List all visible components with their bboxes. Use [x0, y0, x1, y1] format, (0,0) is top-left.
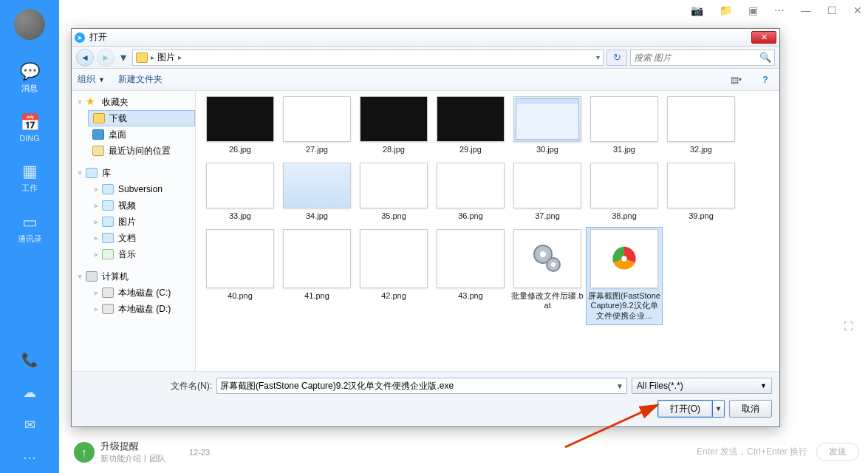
update-date: 12-23	[189, 448, 210, 457]
path-segment[interactable]: 图片	[157, 51, 175, 64]
new-folder-button[interactable]: 新建文件夹	[118, 73, 163, 86]
send-button[interactable]: 发送	[816, 443, 859, 461]
folder-icon	[136, 52, 148, 63]
nav-label: 工作	[21, 183, 38, 194]
work-icon: ▦	[22, 162, 38, 181]
nav-contacts[interactable]: ▭ 通讯录	[18, 213, 42, 245]
file-item[interactable]: 38.png	[586, 160, 663, 225]
app-icon: ➤	[75, 33, 85, 43]
forward-button[interactable]: ►	[97, 49, 115, 67]
tree-videos[interactable]: ▹视频	[88, 197, 195, 214]
nav-messages[interactable]: 💬 消息	[20, 62, 40, 94]
file-item[interactable]: 批量修改文件后辍.bat	[509, 227, 586, 325]
file-item[interactable]: 43.png	[432, 227, 509, 325]
back-button[interactable]: ◄	[76, 49, 94, 67]
organize-menu[interactable]: 组织 ▼	[78, 73, 105, 86]
window-controls: 📷 📁 ▣ ⋯ — ☐ ✕	[691, 4, 862, 16]
tree-libraries[interactable]: ▿ 库	[72, 165, 195, 181]
file-item[interactable]: 27.jpg	[278, 94, 355, 159]
search-input[interactable]	[634, 52, 759, 63]
screenshot-icon[interactable]: 📷	[691, 4, 703, 16]
cloud-icon[interactable]: ☁	[23, 384, 36, 401]
dialog-close-button[interactable]: ✕	[751, 31, 776, 44]
filename-input[interactable]	[220, 381, 616, 391]
tree-subversion[interactable]: ▹Subversion	[88, 181, 195, 197]
phone-icon[interactable]: 📞	[21, 352, 38, 368]
open-button[interactable]: 打开(O)	[657, 400, 713, 418]
file-item[interactable]: 39.png	[663, 160, 739, 225]
more-icon[interactable]: ⋯	[23, 449, 36, 466]
dialog-title: 打开	[89, 31, 107, 44]
file-item[interactable]: 40.png	[202, 227, 278, 325]
gear-icon	[513, 229, 581, 288]
tree-desktop[interactable]: 桌面	[88, 126, 195, 143]
file-grid: 26.jpg 27.jpg 28.jpg 29.jpg 30.jpg 31.jp…	[196, 91, 779, 371]
help-button[interactable]: ?	[757, 73, 773, 86]
sidebar-bottom: 📞 ☁ ✉ ⋯	[21, 352, 38, 466]
svg-point-3	[551, 262, 556, 267]
file-item[interactable]: 32.jpg	[663, 94, 739, 159]
file-type-filter[interactable]: All Files(*.*)▼	[632, 378, 772, 394]
message-icon: 💬	[20, 62, 40, 81]
folder-icon[interactable]: 📁	[720, 4, 732, 16]
open-dropdown[interactable]: ▼	[713, 400, 725, 418]
tree-favorites[interactable]: ▿★ 收藏夹	[72, 94, 195, 110]
file-item[interactable]: 35.png	[355, 160, 432, 225]
dialog-titlebar: ➤ 打开 ✕	[72, 29, 779, 47]
nav-label: DING	[19, 134, 40, 143]
file-item[interactable]: 30.jpg	[509, 94, 586, 159]
dialog-toolbar: 组织 ▼ 新建文件夹 ▤ ▾ ?	[72, 69, 779, 91]
tree-drive-c[interactable]: ▹本地磁盘 (C:)	[88, 285, 195, 301]
file-item[interactable]: 29.jpg	[432, 94, 509, 159]
send-hint: Enter 发送，Ctrl+Enter 换行	[697, 446, 807, 458]
path-dropdown[interactable]: ▾	[596, 53, 600, 61]
file-item[interactable]: 36.png	[432, 160, 509, 225]
close-button[interactable]: ✕	[853, 4, 862, 16]
file-item[interactable]: 34.jpg	[278, 160, 355, 225]
file-item-selected[interactable]: 屏幕截图(FastStone Capture)9.2汉化单文件便携企业...	[586, 227, 663, 325]
update-subtitle: 新功能介绍丨团队	[100, 453, 165, 464]
minimize-button[interactable]: —	[801, 4, 811, 16]
tree-computer[interactable]: ▿ 计算机	[72, 268, 195, 285]
media-icon[interactable]: ▣	[748, 4, 758, 16]
faststone-icon	[590, 229, 658, 288]
tree-drive-d[interactable]: ▹本地磁盘 (D:)	[88, 301, 195, 317]
open-button-group: 打开(O) ▼	[657, 400, 725, 418]
file-item[interactable]: 42.png	[355, 227, 432, 325]
dialog-body: ▿★ 收藏夹 下载 桌面 最近访问的位置 ▿ 库 ▹Subversion ▹视频…	[72, 91, 779, 371]
expand-icon[interactable]: ⛶	[843, 320, 856, 333]
mail-icon[interactable]: ✉	[24, 417, 35, 433]
view-mode-button[interactable]: ▤ ▾	[728, 73, 744, 86]
nav-ding[interactable]: 📅 DING	[19, 113, 40, 143]
cancel-button[interactable]: 取消	[729, 400, 772, 418]
avatar[interactable]	[14, 9, 45, 40]
app-sidebar: 💬 消息 📅 DING ▦ 工作 ▭ 通讯录 📞 ☁ ✉ ⋯	[0, 0, 59, 473]
open-file-dialog: ➤ 打开 ✕ ◄ ► ▾ ▸ 图片 ▸ ▾ ↻ 🔍 组织 ▼ 新建文件夹 ▤ ▾…	[71, 28, 780, 427]
filename-label: 文件名(N):	[79, 380, 212, 392]
history-dropdown[interactable]: ▾	[117, 50, 129, 64]
tree-music[interactable]: ▹音乐	[88, 246, 195, 262]
path-bar[interactable]: ▸ 图片 ▸ ▾	[132, 50, 604, 66]
update-banner[interactable]: ↑ 升级提醒 新功能介绍丨团队 12-23	[74, 440, 210, 464]
filename-combo[interactable]: ▼	[216, 378, 627, 394]
tree-recent[interactable]: 最近访问的位置	[88, 143, 195, 159]
search-box[interactable]: 🔍	[630, 50, 775, 66]
refresh-button[interactable]: ↻	[606, 50, 627, 66]
more-icon[interactable]: ⋯	[774, 4, 785, 16]
file-item[interactable]: 31.jpg	[586, 94, 663, 159]
filename-dropdown[interactable]: ▼	[616, 382, 623, 390]
nav-label: 通讯录	[18, 234, 42, 245]
tree-pictures[interactable]: ▹图片	[88, 214, 195, 230]
maximize-button[interactable]: ☐	[827, 4, 837, 16]
folder-tree: ▿★ 收藏夹 下载 桌面 最近访问的位置 ▿ 库 ▹Subversion ▹视频…	[72, 91, 196, 371]
tree-downloads[interactable]: 下载	[88, 110, 195, 126]
tree-documents[interactable]: ▹文档	[88, 230, 195, 246]
file-item[interactable]: 26.jpg	[202, 94, 278, 159]
nav-work[interactable]: ▦ 工作	[21, 162, 38, 194]
file-item[interactable]: 37.png	[509, 160, 586, 225]
file-item[interactable]: 41.png	[278, 227, 355, 325]
ding-icon: 📅	[20, 113, 40, 132]
file-item[interactable]: 28.jpg	[355, 94, 432, 159]
file-item[interactable]: 33.jpg	[202, 160, 278, 225]
update-title: 升级提醒	[100, 440, 165, 453]
